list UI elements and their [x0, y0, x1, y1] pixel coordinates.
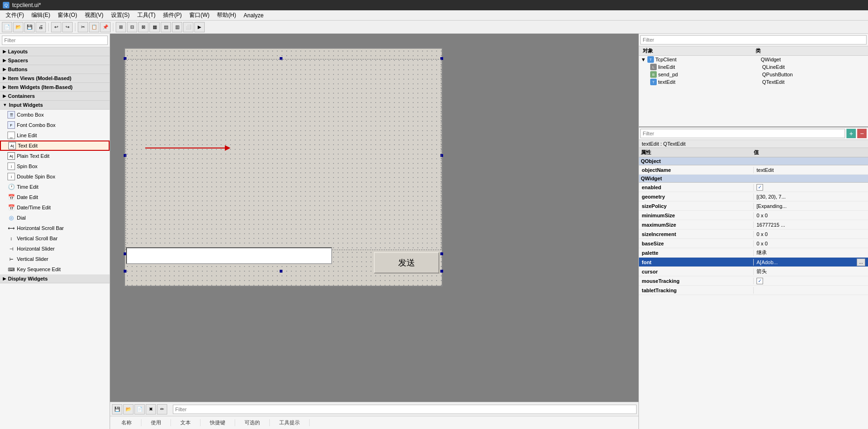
menu-view[interactable]: 视图(V) — [81, 10, 107, 20]
prop-name-enabled: enabled — [639, 184, 754, 191]
widget-double-spin-box[interactable]: ↕ Double Spin Box — [0, 171, 110, 182]
bottom-bar: 💾 📂 📄 ✖ ✏ — [110, 402, 638, 416]
category-containers[interactable]: ▶ Containers — [0, 92, 110, 101]
toolbar-cut[interactable]: ✂ — [78, 22, 88, 32]
category-input-widgets[interactable]: ▼ Input Widgets — [0, 101, 110, 110]
property-editor: + − textEdit : QTextEdit 属性 值 QObject ob… — [639, 127, 868, 429]
line-edit-design-widget[interactable] — [126, 247, 332, 264]
prop-row-enabled[interactable]: enabled ✓ — [639, 183, 868, 192]
toolbar-layout7[interactable]: ⬜ — [183, 22, 193, 32]
widget-text-edit[interactable]: A| Text Edit — [0, 141, 110, 151]
prop-row-maximumsize[interactable]: maximumSize 16777215 ... — [639, 220, 868, 229]
bottom-filter-input[interactable] — [173, 405, 637, 414]
form-widget[interactable]: 发送 — [124, 48, 443, 287]
widget-datetime-edit[interactable]: 📅 Date/Time Edit — [0, 202, 110, 213]
widget-combo-box[interactable]: ☰ Combo Box — [0, 110, 110, 120]
action-edit-btn[interactable]: ✏ — [157, 404, 167, 414]
tree-row-lineedit[interactable]: L lineEdit QLineEdit — [639, 63, 868, 71]
widget-time-edit[interactable]: 🕐 Time Edit — [0, 182, 110, 192]
tree-row-textedit[interactable]: T textEdit QTextEdit — [639, 78, 868, 86]
prop-row-palette[interactable]: palette 继承 — [639, 248, 868, 258]
toolbar-paste[interactable]: 📌 — [100, 22, 111, 32]
prop-group-qwidget: QWidget — [639, 175, 868, 183]
menu-help[interactable]: 帮助(H) — [213, 10, 240, 20]
menu-analyze[interactable]: Analyze — [240, 11, 267, 20]
action-close-btn[interactable]: ✖ — [146, 404, 156, 414]
category-layouts[interactable]: ▶ Layouts — [0, 47, 110, 56]
mousetracking-checkbox[interactable]: ✓ — [757, 278, 763, 284]
widget-font-combo-box[interactable]: F Font Combo Box — [0, 120, 110, 130]
toolbar-layout5[interactable]: ▤ — [161, 22, 171, 32]
prop-remove-btn[interactable]: − — [857, 129, 867, 138]
prop-row-objectname[interactable]: objectName textEdit — [639, 165, 868, 175]
widget-dial[interactable]: ◎ Dial — [0, 213, 110, 223]
property-filter-input[interactable] — [640, 129, 845, 138]
design-canvas[interactable]: 发送 — [110, 34, 638, 402]
toolbar-undo[interactable]: ↩ — [51, 22, 61, 32]
prop-row-sizepolicy[interactable]: sizePolicy [Expanding... — [639, 201, 868, 211]
toolbar-layout2[interactable]: ⊟ — [127, 22, 137, 32]
toolbar-layout4[interactable]: ▦ — [149, 22, 160, 32]
category-item-views[interactable]: ▶ Item Views (Model-Based) — [0, 74, 110, 83]
prop-row-cursor[interactable]: cursor 箭头 — [639, 267, 868, 276]
menu-form[interactable]: 窗体(O) — [54, 10, 81, 20]
category-buttons[interactable]: ▶ Buttons — [0, 65, 110, 74]
prop-val-maximumsize: 16777215 ... — [754, 222, 868, 228]
spin-box-label: Spin Box — [17, 163, 37, 169]
widget-v-slider[interactable]: ⊢ Vertical Slider — [0, 254, 110, 264]
text-edit-design-widget[interactable] — [126, 59, 441, 250]
prop-row-sizeincrement[interactable]: sizeIncrement 0 x 0 — [639, 229, 868, 239]
toolbar-layout3[interactable]: ⊠ — [138, 22, 148, 32]
display-widgets-arrow: ▶ — [3, 276, 6, 281]
widget-filter-input[interactable] — [2, 36, 108, 45]
font-edit-btn[interactable]: ... — [857, 259, 865, 266]
toolbar-open[interactable]: 📂 — [13, 22, 23, 32]
prop-row-font[interactable]: font A[Adob... ... — [639, 258, 868, 267]
category-display-widgets[interactable]: ▶ Display Widgets — [0, 274, 110, 283]
toolbar-save[interactable]: 💾 — [24, 22, 35, 32]
toolbar-new[interactable]: 📄 — [2, 22, 12, 32]
tree-row-sendpd[interactable]: B send_pd QPushButton — [639, 71, 868, 78]
sendpd-class: QPushButton — [762, 72, 866, 77]
prop-add-btn[interactable]: + — [846, 129, 856, 138]
prop-row-mousetracking[interactable]: mouseTracking ✓ — [639, 276, 868, 286]
input-widgets-arrow: ▼ — [3, 103, 7, 107]
widget-plain-text-edit[interactable]: A| Plain Text Edit — [0, 151, 110, 161]
menu-window[interactable]: 窗口(W) — [185, 10, 213, 20]
double-spin-box-icon: ↕ — [7, 173, 15, 180]
prop-row-tablettracking[interactable]: tabletTracking — [639, 286, 868, 295]
toolbar-print[interactable]: 🖨 — [36, 22, 46, 32]
prop-header-value: 值 — [754, 149, 867, 156]
toolbar-layout6[interactable]: ▥ — [172, 22, 182, 32]
menu-file[interactable]: 文件(F) — [2, 10, 28, 20]
menu-edit[interactable]: 编辑(E) — [28, 10, 54, 20]
widget-h-scroll-bar[interactable]: ⟷ Horizontal Scroll Bar — [0, 223, 110, 233]
object-filter-input[interactable] — [640, 35, 867, 44]
category-display-widgets-label: Display Widgets — [8, 276, 48, 281]
prop-row-minimumsize[interactable]: minimumSize 0 x 0 — [639, 211, 868, 220]
widget-line-edit[interactable]: _ Line Edit — [0, 130, 110, 141]
prop-row-basesize[interactable]: baseSize 0 x 0 — [639, 239, 868, 248]
menu-tools[interactable]: 工具(T) — [134, 10, 159, 20]
prop-row-geometry[interactable]: geometry [(30, 20), 7... — [639, 192, 868, 201]
menu-plugins[interactable]: 插件(P) — [159, 10, 185, 20]
send-button-design-widget[interactable]: 发送 — [374, 252, 439, 274]
category-spacers[interactable]: ▶ Spacers — [0, 56, 110, 65]
action-new-btn[interactable]: 📄 — [134, 404, 145, 414]
tree-row-tcpclient[interactable]: ▼ T TcpClient QWidget — [639, 56, 868, 63]
toolbar-redo[interactable]: ↪ — [62, 22, 73, 32]
category-item-widgets[interactable]: ▶ Item Widgets (Item-Based) — [0, 83, 110, 92]
widget-key-sequence-edit[interactable]: ⌨ Key Sequence Edit — [0, 264, 110, 274]
action-save-btn[interactable]: 💾 — [112, 404, 122, 414]
menu-settings[interactable]: 设置(S) — [107, 10, 134, 20]
toolbar-layout1[interactable]: ⊞ — [116, 22, 126, 32]
widget-h-slider[interactable]: ⊣ Horizontal Slider — [0, 244, 110, 254]
lineedit-icon: L — [650, 64, 657, 70]
action-open-btn[interactable]: 📂 — [123, 404, 134, 414]
toolbar-preview[interactable]: ▶ — [194, 22, 205, 32]
widget-date-edit[interactable]: 📅 Date Edit — [0, 192, 110, 202]
enabled-checkbox[interactable]: ✓ — [757, 184, 763, 191]
toolbar-copy[interactable]: 📋 — [89, 22, 99, 32]
widget-spin-box[interactable]: ↕ Spin Box — [0, 161, 110, 171]
widget-v-scroll-bar[interactable]: ↕ Vertical Scroll Bar — [0, 233, 110, 244]
